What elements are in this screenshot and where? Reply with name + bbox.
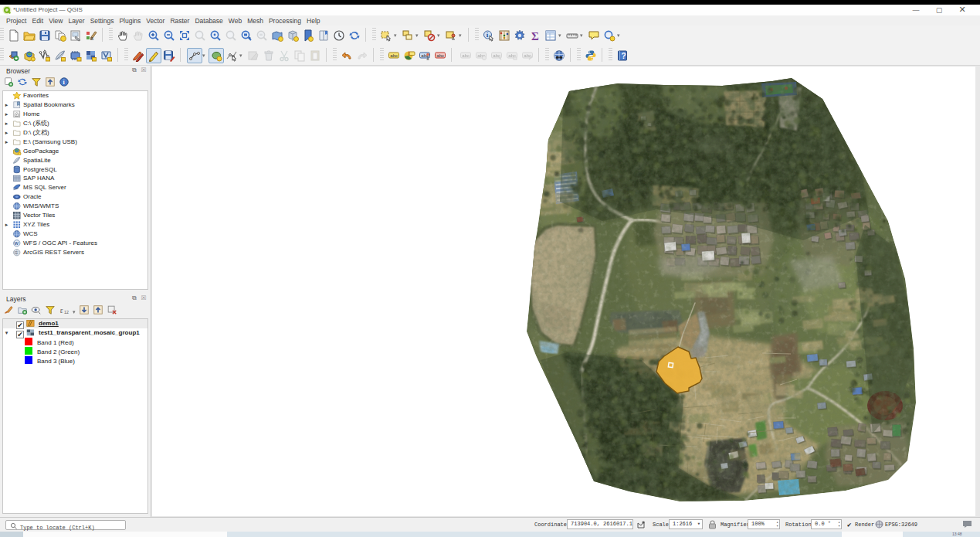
svg-text:12: 12 — [64, 310, 69, 314]
svg-text:Σ: Σ — [531, 30, 539, 42]
svg-text:abc: abc — [524, 53, 531, 58]
svg-text:ε: ε — [60, 306, 63, 314]
svg-text:abc: abc — [462, 53, 470, 58]
svg-text:abc: abc — [390, 53, 398, 58]
svg-text:a: a — [90, 36, 93, 41]
svg-text:W: W — [14, 241, 19, 246]
svg-text:?: ? — [622, 52, 626, 60]
svg-text:G: G — [15, 250, 18, 255]
svg-text:abc: abc — [436, 53, 444, 58]
